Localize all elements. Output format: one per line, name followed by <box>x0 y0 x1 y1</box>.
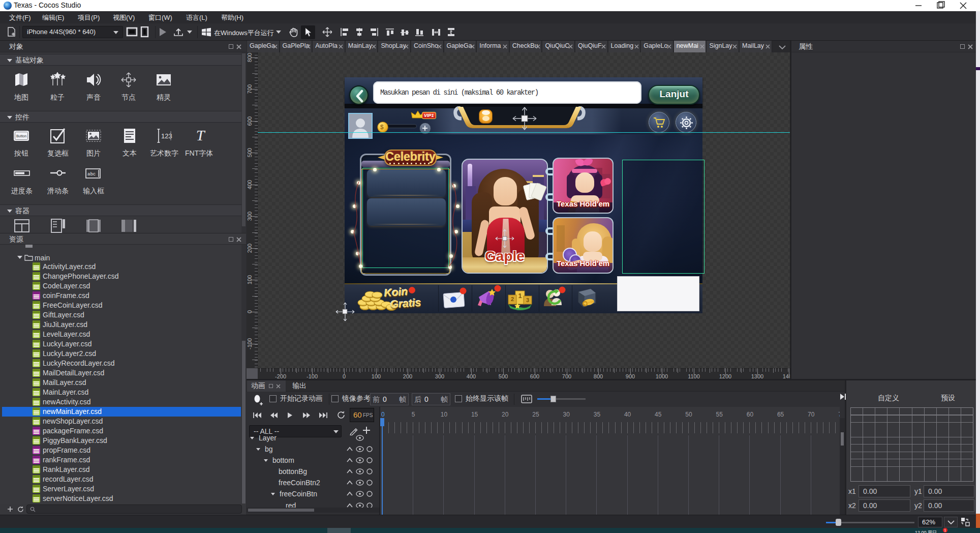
svg-text:T: T <box>196 127 206 143</box>
svg-text:Button: Button <box>16 134 26 138</box>
svg-text:2: 2 <box>511 296 514 302</box>
svg-text:3: 3 <box>526 297 529 303</box>
svg-text:1: 1 <box>518 292 522 300</box>
svg-text:abc: abc <box>87 172 96 177</box>
